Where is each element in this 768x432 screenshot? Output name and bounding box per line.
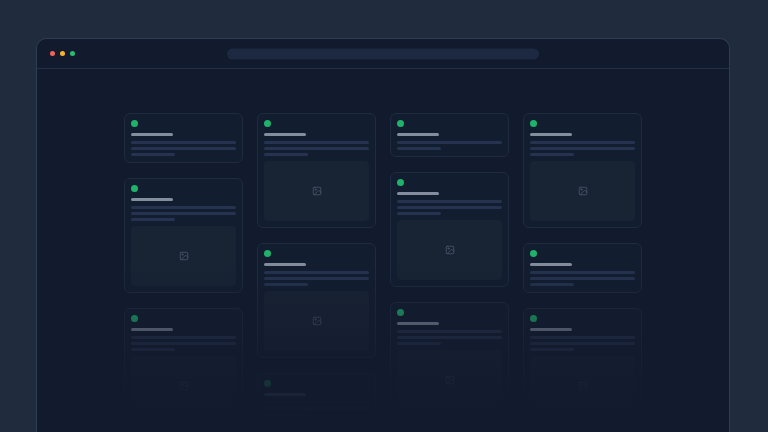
image-icon: [578, 381, 588, 391]
image-icon: [578, 186, 588, 196]
card-title-skeleton: [530, 263, 572, 266]
address-bar[interactable]: [227, 48, 539, 59]
card[interactable]: [257, 243, 376, 358]
card-text-skeleton: [530, 153, 574, 156]
card-text-skeleton: [131, 336, 236, 339]
card-image-placeholder: [530, 161, 635, 221]
card-text-skeleton: [264, 271, 369, 274]
card-image-placeholder: [397, 220, 502, 280]
image-icon: [445, 375, 455, 385]
traffic-light-minimize-button[interactable]: [60, 51, 65, 56]
card-title-skeleton: [264, 393, 306, 396]
card[interactable]: [523, 308, 642, 423]
card-text-skeleton: [264, 407, 369, 410]
status-dot-icon: [131, 185, 138, 192]
card-title-skeleton: [530, 133, 572, 136]
card-text-skeleton: [131, 206, 236, 209]
card-text-skeleton: [131, 147, 236, 150]
status-dot-icon: [264, 380, 271, 387]
image-icon: [312, 186, 322, 196]
status-dot-icon: [530, 315, 537, 322]
card[interactable]: [124, 178, 243, 293]
status-dot-icon: [397, 309, 404, 316]
desktop-background: { "meta": { "app_title": "", "descriptio…: [0, 0, 768, 432]
card[interactable]: [390, 172, 509, 287]
card-text-skeleton: [397, 330, 502, 333]
card-image-placeholder: [131, 226, 236, 286]
card-image-placeholder: [397, 350, 502, 410]
card[interactable]: [124, 308, 243, 423]
card-text-skeleton: [131, 212, 236, 215]
card-text-skeleton: [397, 200, 502, 203]
browser-window: [36, 38, 730, 432]
card-text-skeleton: [131, 153, 175, 156]
card-text-skeleton: [397, 147, 441, 150]
card-text-skeleton: [530, 141, 635, 144]
card-title-skeleton: [397, 322, 439, 325]
card-image-placeholder: [264, 291, 369, 351]
feed-column-1: [124, 113, 243, 432]
card-text-skeleton: [530, 342, 635, 345]
card-title-skeleton: [131, 328, 173, 331]
status-dot-icon: [530, 120, 537, 127]
traffic-light-zoom-button[interactable]: [70, 51, 75, 56]
card-image-placeholder: [264, 421, 369, 432]
card[interactable]: [257, 373, 376, 432]
card-image-placeholder: [131, 356, 236, 416]
status-dot-icon: [264, 120, 271, 127]
feed-column-4: [523, 113, 642, 432]
card[interactable]: [257, 113, 376, 228]
card-feed: [37, 69, 729, 432]
card-text-skeleton: [264, 147, 369, 150]
card-title-skeleton: [264, 133, 306, 136]
card-text-skeleton: [530, 277, 635, 280]
status-dot-icon: [530, 250, 537, 257]
card-text-skeleton: [530, 348, 574, 351]
traffic-light-close-button[interactable]: [50, 51, 55, 56]
image-icon: [312, 316, 322, 326]
card-text-skeleton: [397, 336, 502, 339]
image-icon: [445, 245, 455, 255]
feed-column-3: [390, 113, 509, 432]
card-image-placeholder: [530, 356, 635, 416]
card-image-placeholder: [264, 161, 369, 221]
card[interactable]: [390, 113, 509, 157]
feed-column-2: [257, 113, 376, 432]
browser-titlebar: [37, 39, 729, 69]
status-dot-icon: [397, 120, 404, 127]
card-text-skeleton: [131, 141, 236, 144]
card-text-skeleton: [264, 283, 308, 286]
card[interactable]: [124, 113, 243, 163]
card-text-skeleton: [530, 147, 635, 150]
card-text-skeleton: [131, 342, 236, 345]
status-dot-icon: [131, 315, 138, 322]
card-text-skeleton: [264, 153, 308, 156]
card-text-skeleton: [397, 141, 502, 144]
card-text-skeleton: [264, 277, 369, 280]
card-title-skeleton: [131, 133, 173, 136]
card-title-skeleton: [131, 198, 173, 201]
card-title-skeleton: [397, 192, 439, 195]
card-text-skeleton: [264, 401, 369, 404]
card-text-skeleton: [530, 336, 635, 339]
status-dot-icon: [131, 120, 138, 127]
card-text-skeleton: [397, 206, 502, 209]
card[interactable]: [390, 302, 509, 417]
card-text-skeleton: [264, 141, 369, 144]
card-text-skeleton: [397, 342, 441, 345]
card-text-skeleton: [530, 271, 635, 274]
image-icon: [179, 251, 189, 261]
card-text-skeleton: [131, 218, 175, 221]
card[interactable]: [523, 243, 642, 293]
card[interactable]: [523, 113, 642, 228]
card-text-skeleton: [264, 413, 308, 416]
traffic-lights: [50, 51, 75, 56]
card-title-skeleton: [264, 263, 306, 266]
image-icon: [179, 381, 189, 391]
card-text-skeleton: [131, 348, 175, 351]
status-dot-icon: [397, 179, 404, 186]
card-title-skeleton: [397, 133, 439, 136]
card-text-skeleton: [397, 212, 441, 215]
card-text-skeleton: [530, 283, 574, 286]
card-title-skeleton: [530, 328, 572, 331]
